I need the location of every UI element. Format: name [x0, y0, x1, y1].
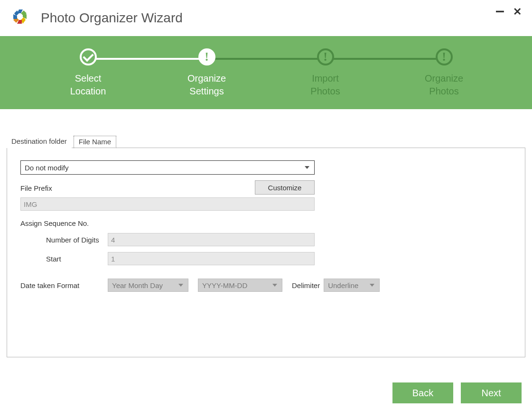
start-row: Start 1 — [20, 252, 512, 265]
wizard-stepper: Select Location ! Organize Settings ! Im… — [0, 36, 532, 109]
next-button[interactable]: Next — [461, 382, 522, 403]
minimize-icon[interactable]: – — [495, 2, 504, 18]
step-import-photos: ! Import Photos — [266, 48, 385, 98]
date-format-row: Date taken Format Year Month Day YYYY-MM… — [20, 279, 512, 292]
step-connector-1 — [91, 58, 205, 60]
customize-row: File Prefix Customize — [20, 180, 512, 195]
step-connector-2 — [209, 58, 323, 60]
step-select-location: Select Location — [29, 48, 148, 98]
date-pattern-value: YYYY-MM-DD — [202, 281, 247, 289]
app-logo-icon — [10, 9, 29, 28]
titlebar: Photo Organizer Wizard – ✕ — [0, 0, 532, 36]
file-prefix-input: IMG — [20, 197, 315, 211]
step-current-icon: ! — [198, 48, 215, 65]
filename-mode-dropdown[interactable]: Do not modify — [20, 160, 315, 175]
step-label: Import Photos — [310, 72, 340, 98]
steps-wrap: Select Location ! Organize Settings ! Im… — [29, 48, 504, 98]
delimiter-group: Delimiter Underline — [292, 279, 380, 292]
step-label: Organize Photos — [425, 72, 463, 98]
num-digits-value: 4 — [111, 236, 115, 244]
delimiter-dropdown[interactable]: Underline — [324, 279, 380, 292]
delimiter-value: Underline — [328, 281, 358, 289]
step-organize-photos: ! Organize Photos — [385, 48, 504, 98]
sequence-section: Assign Sequence No. Number of Digits 4 S… — [20, 219, 512, 265]
customize-button[interactable]: Customize — [255, 180, 315, 195]
tab-file-name[interactable]: File Name — [74, 136, 116, 148]
window-controls: – ✕ — [495, 7, 522, 23]
chevron-down-icon — [305, 166, 309, 169]
start-value: 1 — [111, 255, 115, 263]
content-area: Destination folder File Name Do not modi… — [0, 109, 532, 357]
file-prefix-value: IMG — [24, 200, 37, 208]
step-connector-3 — [328, 58, 442, 60]
date-format-label: Date taken Format — [20, 281, 98, 289]
window-title: Photo Organizer Wizard — [41, 10, 183, 26]
tabs: Destination folder File Name — [7, 136, 525, 148]
num-digits-input: 4 — [108, 233, 315, 246]
chevron-down-icon — [178, 284, 183, 287]
close-icon[interactable]: ✕ — [513, 7, 522, 23]
chevron-down-icon — [272, 284, 277, 287]
chevron-down-icon — [370, 284, 374, 287]
step-future-icon: ! — [317, 48, 334, 65]
step-done-icon — [80, 48, 97, 65]
step-label: Organize Settings — [187, 72, 226, 98]
file-name-panel: Do not modify File Prefix Customize IMG … — [7, 148, 525, 357]
num-digits-row: Number of Digits 4 — [20, 233, 512, 246]
delimiter-label: Delimiter — [292, 281, 320, 289]
date-order-dropdown[interactable]: Year Month Day — [108, 279, 188, 292]
date-order-value: Year Month Day — [112, 281, 163, 289]
file-prefix-label: File Prefix — [20, 184, 52, 192]
start-input: 1 — [108, 252, 315, 265]
step-organize-settings: ! Organize Settings — [148, 48, 266, 98]
num-digits-label: Number of Digits — [20, 236, 108, 244]
tab-destination-folder[interactable]: Destination folder — [7, 136, 72, 148]
wizard-footer: Back Next — [392, 382, 522, 403]
step-future-icon: ! — [436, 48, 453, 65]
back-button[interactable]: Back — [392, 382, 453, 403]
filename-mode-value: Do not modify — [25, 164, 69, 172]
step-label: Select Location — [70, 72, 106, 98]
assign-sequence-label: Assign Sequence No. — [20, 219, 512, 227]
date-pattern-dropdown[interactable]: YYYY-MM-DD — [198, 279, 282, 292]
start-label: Start — [20, 255, 108, 263]
